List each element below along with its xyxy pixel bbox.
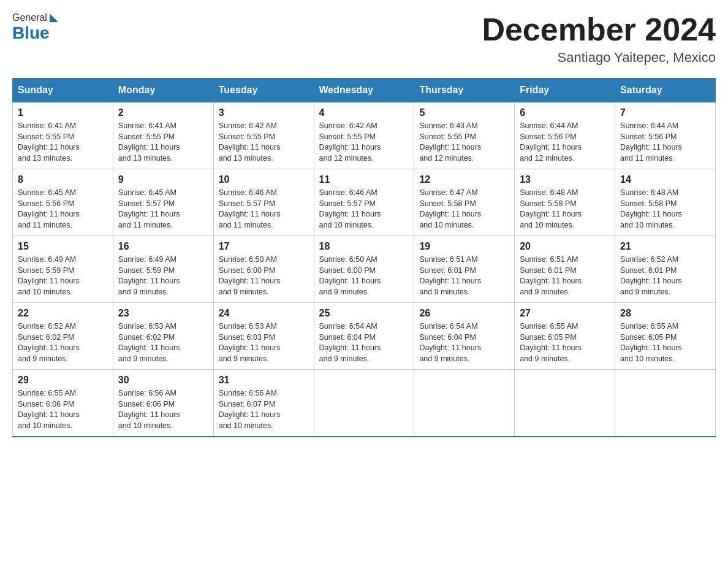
calendar-cell: 3 Sunrise: 6:42 AMSunset: 5:55 PMDayligh… [213, 102, 314, 169]
calendar-cell: 28 Sunrise: 6:55 AMSunset: 6:05 PMDaylig… [615, 303, 716, 370]
weekday-header-wednesday: Wednesday [314, 79, 414, 102]
day-info: Sunrise: 6:54 AMSunset: 6:04 PMDaylight:… [319, 322, 381, 363]
day-info: Sunrise: 6:55 AMSunset: 6:06 PMDaylight:… [18, 389, 80, 430]
calendar-cell: 16 Sunrise: 6:49 AMSunset: 5:59 PMDaylig… [113, 236, 213, 303]
day-info: Sunrise: 6:44 AMSunset: 5:56 PMDaylight:… [520, 121, 582, 163]
day-number: 24 [219, 308, 309, 319]
weekday-header-tuesday: Tuesday [213, 79, 314, 102]
day-number: 21 [620, 241, 710, 252]
calendar-cell: 2 Sunrise: 6:41 AMSunset: 5:55 PMDayligh… [113, 102, 213, 169]
calendar-cell: 14 Sunrise: 6:48 AMSunset: 5:58 PMDaylig… [615, 169, 716, 236]
day-number: 28 [620, 308, 710, 319]
calendar-header: SundayMondayTuesdayWednesdayThursdayFrid… [13, 79, 716, 102]
calendar-cell: 15 Sunrise: 6:49 AMSunset: 5:59 PMDaylig… [13, 236, 113, 303]
calendar-cell: 5 Sunrise: 6:43 AMSunset: 5:55 PMDayligh… [414, 102, 515, 169]
calendar-cell [615, 370, 716, 437]
day-info: Sunrise: 6:53 AMSunset: 6:02 PMDaylight:… [118, 322, 180, 363]
calendar-cell: 18 Sunrise: 6:50 AMSunset: 6:00 PMDaylig… [314, 236, 414, 303]
day-number: 27 [520, 308, 610, 319]
calendar-cell: 4 Sunrise: 6:42 AMSunset: 5:55 PMDayligh… [314, 102, 414, 169]
calendar-cell: 29 Sunrise: 6:55 AMSunset: 6:06 PMDaylig… [13, 370, 113, 437]
calendar-cell [414, 370, 515, 437]
day-number: 18 [319, 241, 409, 252]
weekday-header-thursday: Thursday [414, 79, 515, 102]
calendar-cell: 25 Sunrise: 6:54 AMSunset: 6:04 PMDaylig… [314, 303, 414, 370]
day-info: Sunrise: 6:49 AMSunset: 5:59 PMDaylight:… [118, 255, 180, 296]
logo-arrow-icon [50, 13, 58, 22]
day-info: Sunrise: 6:51 AMSunset: 6:01 PMDaylight:… [520, 255, 582, 296]
day-number: 19 [419, 241, 509, 252]
logo-blue-text: Blue [12, 23, 50, 43]
day-info: Sunrise: 6:48 AMSunset: 5:58 PMDaylight:… [620, 188, 682, 229]
day-number: 6 [520, 107, 610, 118]
calendar-cell: 17 Sunrise: 6:50 AMSunset: 6:00 PMDaylig… [213, 236, 314, 303]
calendar-cell: 1 Sunrise: 6:41 AMSunset: 5:55 PMDayligh… [13, 102, 113, 169]
calendar-cell: 27 Sunrise: 6:55 AMSunset: 6:05 PMDaylig… [515, 303, 615, 370]
day-number: 29 [18, 375, 108, 386]
day-info: Sunrise: 6:42 AMSunset: 5:55 PMDaylight:… [319, 121, 381, 163]
day-info: Sunrise: 6:50 AMSunset: 6:00 PMDaylight:… [319, 255, 381, 296]
day-info: Sunrise: 6:45 AMSunset: 5:56 PMDaylight:… [18, 188, 80, 229]
calendar-cell: 24 Sunrise: 6:53 AMSunset: 6:03 PMDaylig… [213, 303, 314, 370]
day-number: 8 [18, 174, 108, 185]
weekday-header-sunday: Sunday [13, 79, 113, 102]
calendar-week-row: 8 Sunrise: 6:45 AMSunset: 5:56 PMDayligh… [13, 169, 716, 236]
location-subtitle: Santiago Yaitepec, Mexico [482, 50, 716, 66]
calendar-cell: 9 Sunrise: 6:45 AMSunset: 5:57 PMDayligh… [113, 169, 213, 236]
calendar-cell: 13 Sunrise: 6:48 AMSunset: 5:58 PMDaylig… [515, 169, 615, 236]
calendar-week-row: 1 Sunrise: 6:41 AMSunset: 5:55 PMDayligh… [13, 102, 716, 169]
calendar-cell: 30 Sunrise: 6:56 AMSunset: 6:06 PMDaylig… [113, 370, 213, 437]
calendar-cell: 22 Sunrise: 6:52 AMSunset: 6:02 PMDaylig… [13, 303, 113, 370]
day-info: Sunrise: 6:51 AMSunset: 6:01 PMDaylight:… [419, 255, 481, 296]
calendar-table: SundayMondayTuesdayWednesdayThursdayFrid… [12, 78, 716, 437]
day-number: 23 [118, 308, 208, 319]
calendar-cell [515, 370, 615, 437]
day-number: 5 [419, 107, 509, 118]
calendar-cell: 7 Sunrise: 6:44 AMSunset: 5:56 PMDayligh… [615, 102, 716, 169]
day-info: Sunrise: 6:56 AMSunset: 6:07 PMDaylight:… [219, 389, 281, 430]
day-number: 9 [118, 174, 208, 185]
weekday-header-row: SundayMondayTuesdayWednesdayThursdayFrid… [13, 79, 716, 102]
day-number: 12 [419, 174, 509, 185]
day-number: 17 [219, 241, 309, 252]
day-info: Sunrise: 6:56 AMSunset: 6:06 PMDaylight:… [118, 389, 180, 430]
day-number: 11 [319, 174, 409, 185]
calendar-cell [314, 370, 414, 437]
day-info: Sunrise: 6:53 AMSunset: 6:03 PMDaylight:… [219, 322, 281, 363]
weekday-header-saturday: Saturday [615, 79, 716, 102]
day-number: 1 [18, 107, 108, 118]
calendar-cell: 21 Sunrise: 6:52 AMSunset: 6:01 PMDaylig… [615, 236, 716, 303]
weekday-header-friday: Friday [515, 79, 615, 102]
calendar-cell: 8 Sunrise: 6:45 AMSunset: 5:56 PMDayligh… [13, 169, 113, 236]
calendar-cell: 11 Sunrise: 6:46 AMSunset: 5:57 PMDaylig… [314, 169, 414, 236]
calendar-cell: 6 Sunrise: 6:44 AMSunset: 5:56 PMDayligh… [515, 102, 615, 169]
day-number: 31 [219, 375, 309, 386]
logo-general-text: General [12, 12, 47, 23]
day-info: Sunrise: 6:43 AMSunset: 5:55 PMDaylight:… [419, 121, 481, 163]
day-number: 26 [419, 308, 509, 319]
day-info: Sunrise: 6:55 AMSunset: 6:05 PMDaylight:… [520, 322, 582, 363]
day-number: 25 [319, 308, 409, 319]
day-info: Sunrise: 6:48 AMSunset: 5:58 PMDaylight:… [520, 188, 582, 229]
calendar-cell: 23 Sunrise: 6:53 AMSunset: 6:02 PMDaylig… [113, 303, 213, 370]
title-section: December 2024 Santiago Yaitepec, Mexico [482, 12, 716, 66]
month-title: December 2024 [482, 12, 716, 47]
day-info: Sunrise: 6:47 AMSunset: 5:58 PMDaylight:… [419, 188, 481, 229]
day-info: Sunrise: 6:50 AMSunset: 6:00 PMDaylight:… [219, 255, 281, 296]
page-header: General Blue December 2024 Santiago Yait… [12, 12, 716, 66]
day-info: Sunrise: 6:52 AMSunset: 6:02 PMDaylight:… [18, 322, 80, 363]
calendar-cell: 26 Sunrise: 6:54 AMSunset: 6:04 PMDaylig… [414, 303, 515, 370]
day-number: 20 [520, 241, 610, 252]
day-info: Sunrise: 6:49 AMSunset: 5:59 PMDaylight:… [18, 255, 80, 296]
day-info: Sunrise: 6:52 AMSunset: 6:01 PMDaylight:… [620, 255, 682, 296]
logo: General Blue [12, 12, 58, 43]
day-info: Sunrise: 6:41 AMSunset: 5:55 PMDaylight:… [18, 121, 80, 163]
day-info: Sunrise: 6:42 AMSunset: 5:55 PMDaylight:… [219, 121, 281, 163]
calendar-cell: 20 Sunrise: 6:51 AMSunset: 6:01 PMDaylig… [515, 236, 615, 303]
day-number: 15 [18, 241, 108, 252]
day-number: 16 [118, 241, 208, 252]
day-number: 3 [219, 107, 309, 118]
calendar-week-row: 15 Sunrise: 6:49 AMSunset: 5:59 PMDaylig… [13, 236, 716, 303]
day-number: 30 [118, 375, 208, 386]
day-number: 22 [18, 308, 108, 319]
